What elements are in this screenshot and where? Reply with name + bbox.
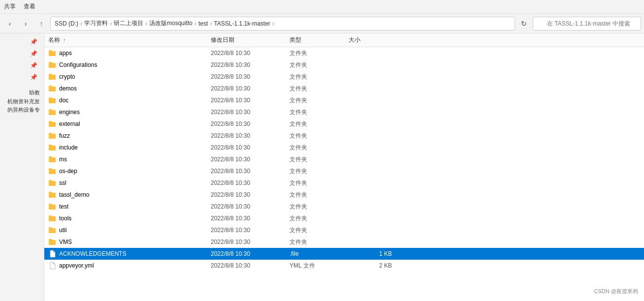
search-input[interactable]: [533, 17, 641, 30]
bc-tassl[interactable]: TASSL-1.1.1k-master: [214, 20, 270, 27]
cell-type: 文件夹: [290, 73, 349, 81]
table-row[interactable]: apps2022/8/8 10:30文件夹: [44, 47, 644, 59]
table-row[interactable]: engines2022/8/8 10:30文件夹: [44, 106, 644, 118]
forward-button[interactable]: ›: [19, 17, 32, 30]
folder-icon: [48, 96, 56, 104]
file-name: Configurations: [59, 61, 97, 68]
folder-icon: [48, 167, 56, 175]
folder-icon: [48, 179, 56, 187]
cell-name: doc: [48, 96, 211, 104]
bc-study[interactable]: 学习资料: [84, 19, 108, 28]
table-row[interactable]: demos2022/8/8 10:30文件夹: [44, 83, 644, 94]
table-row[interactable]: fuzz2022/8/8 10:30文件夹: [44, 130, 644, 142]
table-row[interactable]: os-dep2022/8/8 10:30文件夹: [44, 165, 644, 177]
cell-name: tassl_demo: [48, 191, 211, 199]
breadcrumb-dropdown[interactable]: ›: [272, 20, 274, 27]
bc-test[interactable]: test: [198, 20, 208, 27]
cell-type: 文件夹: [290, 203, 349, 211]
breadcrumb-sep: ›: [145, 20, 147, 27]
file-name: ACKNOWLEDGEMENTS: [59, 250, 127, 257]
file-icon: [48, 262, 56, 270]
cell-type: 文件夹: [290, 61, 349, 69]
cell-name: crypto: [48, 73, 211, 81]
refresh-button[interactable]: ↻: [517, 17, 531, 30]
col-date-header[interactable]: 修改日期: [211, 36, 290, 44]
sidebar: 📌 📌 📌 📌 助教 机物资补充发 的异构设备专: [0, 33, 44, 301]
table-row[interactable]: tools2022/8/8 10:30文件夹: [44, 212, 644, 224]
table-row[interactable]: crypto2022/8/8 10:30文件夹: [44, 71, 644, 83]
view-menu[interactable]: 查看: [24, 2, 35, 11]
bc-ssd[interactable]: SSD (D:): [55, 20, 78, 27]
file-name: engines: [59, 109, 80, 116]
sort-arrow: ↑: [63, 37, 65, 43]
cell-type: 文件夹: [290, 108, 349, 117]
cell-name: demos: [48, 85, 211, 92]
pin-icon-2[interactable]: 📌: [30, 50, 40, 60]
file-name: tools: [59, 215, 71, 222]
file-name: tassl_demo: [59, 191, 89, 198]
file-name: apps: [59, 50, 72, 57]
share-menu[interactable]: 共享: [4, 2, 16, 11]
file-name: ssl: [59, 180, 66, 186]
pin-icon-3[interactable]: 📌: [30, 62, 40, 72]
file-name: os-dep: [59, 168, 77, 175]
pin-icon-1[interactable]: 📌: [30, 38, 40, 48]
breadcrumb[interactable]: SSD (D:) › 学习资料 › 研二上项目 › 汤改版mosquitto ›…: [50, 17, 515, 30]
col-type-header[interactable]: 类型: [290, 36, 349, 44]
cell-date: 2022/8/8 10:30: [211, 61, 290, 68]
folder-icon: [48, 49, 56, 57]
cell-type: .file: [290, 250, 349, 257]
pin-icon-4[interactable]: 📌: [30, 74, 40, 84]
top-toolbar: 共享 查看: [0, 0, 644, 14]
table-row[interactable]: ACKNOWLEDGEMENTS2022/8/8 10:30.file1 KB: [44, 248, 644, 260]
cell-name: ms: [48, 155, 211, 163]
table-row[interactable]: ms2022/8/8 10:30文件夹: [44, 153, 644, 165]
col-name-header[interactable]: 名称 ↑: [48, 36, 211, 44]
col-size-header[interactable]: 大小: [349, 36, 398, 44]
column-header: 名称 ↑ 修改日期 类型 大小: [44, 33, 644, 47]
cell-name: tools: [48, 214, 211, 222]
search-wrapper: 🔍: [533, 17, 641, 30]
table-row[interactable]: appveyor.yml2022/8/8 10:30YML 文件2 KB: [44, 260, 644, 271]
folder-icon: [48, 120, 56, 128]
file-name: util: [59, 227, 66, 234]
cell-date: 2022/8/8 10:30: [211, 144, 290, 151]
file-name: crypto: [59, 73, 75, 80]
cell-type: 文件夹: [290, 179, 349, 187]
cell-type: 文件夹: [290, 191, 349, 199]
sidebar-label-1: 助教: [7, 89, 40, 97]
cell-date: 2022/8/8 10:30: [211, 239, 290, 245]
table-row[interactable]: doc2022/8/8 10:30文件夹: [44, 94, 644, 106]
table-row[interactable]: tassl_demo2022/8/8 10:30文件夹: [44, 189, 644, 201]
table-row[interactable]: util2022/8/8 10:30文件夹: [44, 224, 644, 236]
up-button[interactable]: ↑: [34, 17, 48, 30]
cell-name: Configurations: [48, 61, 211, 69]
cell-size: 1 KB: [349, 250, 398, 257]
file-name: fuzz: [59, 132, 70, 139]
file-area[interactable]: 名称 ↑ 修改日期 类型 大小 apps2022/8/8 10:30文件夹 Co…: [44, 33, 644, 301]
breadcrumb-sep: ›: [210, 20, 212, 27]
bc-mosquitto[interactable]: 汤改版mosquitto: [149, 19, 193, 28]
cell-date: 2022/8/8 10:30: [211, 262, 290, 269]
folder-icon: [48, 132, 56, 140]
table-row[interactable]: external2022/8/8 10:30文件夹: [44, 118, 644, 130]
cell-date: 2022/8/8 10:30: [211, 203, 290, 210]
cell-date: 2022/8/8 10:30: [211, 191, 290, 198]
table-row[interactable]: VMS2022/8/8 10:30文件夹: [44, 236, 644, 248]
bc-project[interactable]: 研二上项目: [114, 19, 143, 28]
cell-name: VMS: [48, 238, 211, 246]
table-row[interactable]: test2022/8/8 10:30文件夹: [44, 201, 644, 212]
file-name: external: [59, 120, 80, 127]
table-row[interactable]: ssl2022/8/8 10:30文件夹: [44, 177, 644, 189]
sidebar-labels: 助教 机物资补充发 的异构设备专: [7, 89, 40, 115]
back-button[interactable]: ‹: [3, 17, 17, 30]
cell-type: YML 文件: [290, 262, 349, 270]
cell-name: include: [48, 144, 211, 151]
cell-date: 2022/8/8 10:30: [211, 156, 290, 163]
cell-date: 2022/8/8 10:30: [211, 109, 290, 116]
address-bar: ‹ › ↑ SSD (D:) › 学习资料 › 研二上项目 › 汤改版mosqu…: [0, 14, 644, 33]
file-name: include: [59, 144, 78, 151]
cell-date: 2022/8/8 10:30: [211, 168, 290, 175]
table-row[interactable]: Configurations2022/8/8 10:30文件夹: [44, 59, 644, 71]
table-row[interactable]: include2022/8/8 10:30文件夹: [44, 142, 644, 153]
